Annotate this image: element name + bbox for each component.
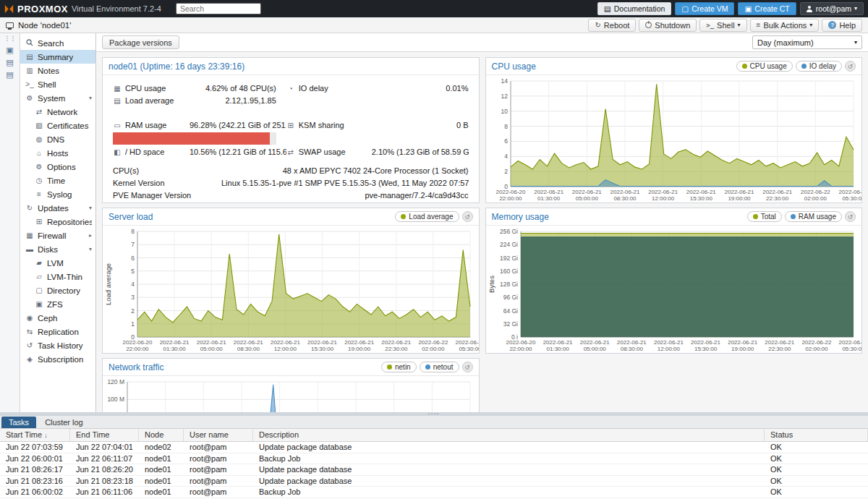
svg-text:2022-06-20: 2022-06-20 [495,189,525,195]
chart-reset-button[interactable]: ↺ [845,211,856,222]
datacenter-icon[interactable]: ▣ [6,46,13,54]
sidebar-item-summary[interactable]: ▤Summary [20,50,95,64]
chevron-down-icon[interactable]: ▾ [89,205,92,211]
column-header-node[interactable]: Node [139,429,184,441]
tasks-table-header[interactable]: Start Time↓End TimeNodeUser nameDescript… [0,429,868,442]
svg-text:2022-06-22: 2022-06-22 [418,339,448,346]
sidebar-item-disks[interactable]: ▬Disks▾ [20,242,95,256]
create-ct-button[interactable]: ▣Create CT [738,2,796,15]
legend-dot-icon [753,214,758,219]
sidebar-item-shell[interactable]: >_Shell [20,77,95,91]
svg-text:3: 3 [131,294,135,301]
sidebar-item-time[interactable]: ◷Time [20,174,95,187]
column-header-description[interactable]: Description [253,429,765,441]
sidebar-item-ceph[interactable]: ◉Ceph [20,311,95,325]
task-row[interactable]: Jun 21 08:23:16Jun 21 08:23:18node01root… [0,476,868,487]
shell-button[interactable]: >_Shell▾ [699,19,746,32]
sidebar-item-hosts[interactable]: ⌂Hosts [20,146,95,160]
memory-usage-chart[interactable]: 0 i32 Gi64 Gi96 Gi128 Gi160 Gi192 Gi224 … [486,226,862,354]
sidebar-item-repositories[interactable]: ⊞Repositories [20,215,95,229]
help-button[interactable]: ?Help [822,19,862,32]
svg-text:10: 10 [501,108,508,115]
sidebar-item-replication[interactable]: ⇆Replication [20,325,95,338]
svg-text:05:30:00: 05:30:00 [842,346,862,352]
column-header-user-name[interactable]: User name [184,429,253,441]
reboot-button[interactable]: ↻Reboot [588,19,636,32]
task-cell-start-time: Jun 22 06:00:01 [0,453,70,464]
legend-netin[interactable]: netin [381,362,417,372]
sidebar-item-lvm-thin[interactable]: ▱LVM-Thin [20,270,95,283]
task-row[interactable]: Jun 22 07:03:59Jun 22 07:04:01node02root… [0,442,868,453]
legend-load-average[interactable]: Load average [395,211,459,222]
task-cell-start-time: Jun 21 08:26:17 [0,464,70,475]
user-menu-button[interactable]: root@pam▾ [800,2,864,15]
bulk-actions-button[interactable]: ≡Bulk Actions▾ [750,19,820,32]
sidebar-item-options[interactable]: ⚙Options [20,160,95,174]
sidebar-item-subscription[interactable]: ◈Subscription [20,352,95,366]
chevron-right-icon[interactable]: ▸ [89,232,92,239]
sidebar-item-label: Repositories [47,218,92,226]
chart-reset-button[interactable]: ↺ [462,211,473,222]
task-row[interactable]: Jun 22 06:00:01Jun 22 06:11:07node01root… [0,453,868,465]
search-icon [25,39,34,48]
sidebar-item-system[interactable]: ⚙System▾ [20,91,95,105]
svg-text:224 Gi: 224 Gi [499,241,517,248]
svg-text:15:30:00: 15:30:00 [311,346,334,352]
sidebar-item-updates[interactable]: ↻Updates▾ [20,201,95,215]
svg-text:2022-06-21: 2022-06-21 [610,189,639,195]
svg-text:05:00:00: 05:00:00 [583,346,606,352]
global-search-input[interactable] [176,3,261,14]
svg-text:2022-06-21: 2022-06-21 [197,339,226,346]
documentation-button[interactable]: ▤Documentation [597,2,672,15]
sidebar-item-notes[interactable]: ▥Notes [20,64,95,77]
sidebar-item-zfs[interactable]: ▣ZFS [20,297,95,311]
legend-ram-usage[interactable]: RAM usage [785,211,842,222]
cpu-usage-chart[interactable]: 024681012142022-06-2022:00:002022-06-210… [486,75,862,203]
sidebar-item-directory[interactable]: ▢Directory [20,283,95,297]
tab-cluster-log[interactable]: Cluster log [38,417,90,428]
svg-text:2: 2 [504,168,508,175]
user-icon [807,6,813,12]
column-header-status[interactable]: Status [765,429,868,441]
task-cell-end-time: Jun 21 08:26:20 [70,464,139,475]
tab-tasks[interactable]: Tasks [1,417,36,428]
pve-version-value: pve-manager/7.2-4/ca9d43cc [221,189,469,202]
chevron-down-icon: ▾ [809,22,812,28]
sidebar-item-search[interactable]: Search [20,36,95,50]
sidebar-item-certificates[interactable]: ▧Certificates [20,119,95,132]
chevron-down-icon[interactable]: ▾ [89,246,92,252]
package-versions-button[interactable]: Package versions [102,35,179,49]
sidebar-item-network[interactable]: ⇄Network [20,105,95,119]
svg-text:4: 4 [131,281,135,288]
tree-drag-handle[interactable]: ⋮⋮ [4,35,16,42]
network-traffic-chart[interactable]: 020 M40 M60 M80 M100 M120 M2022-06-2022:… [103,376,479,412]
task-row[interactable]: Jun 21 08:26:17Jun 21 08:26:20node01root… [0,464,868,476]
chevron-right-icon[interactable]: ❯ [461,202,468,203]
chart-reset-button[interactable]: ↺ [845,61,856,72]
sidebar-item-dns[interactable]: ◍DNS [20,132,95,146]
sidebar-item-firewall[interactable]: ▦Firewall▸ [20,229,95,242]
sidebar-item-label: Time [47,176,65,185]
sidebar-item-label: Shell [38,80,56,89]
chart-reset-button[interactable]: ↺ [462,362,473,372]
legend-netout[interactable]: netout [420,362,459,372]
create-vm-button[interactable]: ▢Create VM [675,2,734,15]
column-header-start-time[interactable]: Start Time↓ [0,429,70,441]
node01-icon[interactable]: ▤ [6,59,13,67]
timeframe-select[interactable]: Day (maximum) ▾ [752,35,862,49]
node02-icon[interactable]: ▤ [6,71,13,79]
sidebar-item-syslog[interactable]: ≡Syslog [20,187,95,201]
tasks-panel: Tasks Cluster log Start Time↓End TimeNod… [0,416,868,499]
legend-dot-icon [425,364,430,370]
sidebar-item-lvm[interactable]: ▰LVM [20,256,95,270]
task-row[interactable]: Jun 21 06:00:02Jun 21 06:11:06node01root… [0,487,868,498]
column-header-end-time[interactable]: End Time [70,429,139,441]
legend-total[interactable]: Total [747,211,782,222]
legend-io-delay[interactable]: IO delay [796,61,842,72]
shutdown-button[interactable]: Shutdown [639,19,697,32]
legend-cpu-usage[interactable]: CPU usage [736,61,793,72]
task-cell-node: node01 [139,476,184,487]
chevron-down-icon[interactable]: ▾ [89,95,92,101]
server-load-chart[interactable]: 0123456782022-06-2022:00:002022-06-2101:… [103,226,479,354]
sidebar-item-task-history[interactable]: ↺Task History [20,338,95,352]
